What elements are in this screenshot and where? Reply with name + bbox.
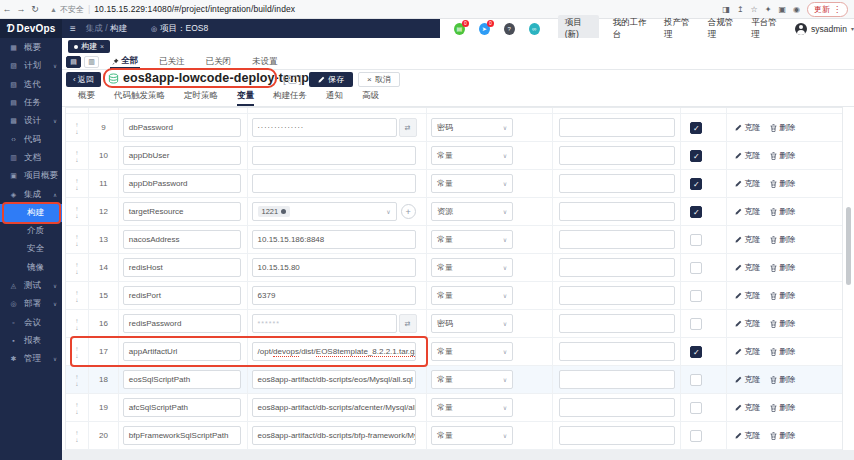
variable-name-input[interactable]: redisHost [123, 258, 241, 277]
toggle-value-icon[interactable]: ⇄ [399, 118, 417, 137]
translate-icon[interactable]: ◨ [722, 5, 730, 14]
runtime-checkbox[interactable] [690, 262, 702, 274]
clone-button[interactable]: 克隆 [735, 346, 760, 357]
move-up-icon[interactable]: ↑ [75, 345, 78, 352]
move-up-icon[interactable]: ↑ [75, 401, 78, 408]
variable-value-input[interactable] [252, 146, 416, 165]
clone-button[interactable]: 克隆 [735, 234, 760, 245]
close-icon[interactable]: × [100, 43, 104, 50]
variable-value-input[interactable] [252, 174, 416, 193]
move-up-icon[interactable]: ↑ [75, 205, 78, 212]
filter-tab-closed[interactable]: 已关闭 [204, 55, 234, 69]
sidebar-item-security[interactable]: 安全 [0, 240, 62, 258]
variable-desc-input[interactable] [559, 230, 675, 249]
sidebar-item-admin[interactable]: ✱管理∨ [0, 350, 62, 368]
tab-code-trigger-policy[interactable]: 代码触发策略 [114, 90, 165, 106]
delete-button[interactable]: 删除 [770, 318, 795, 329]
sidebar-item-docs[interactable]: ▥文档 [0, 149, 62, 167]
move-down-icon[interactable]: ↓ [75, 268, 78, 275]
runtime-checkbox[interactable] [690, 402, 702, 414]
variable-desc-input[interactable] [559, 146, 675, 165]
move-down-icon[interactable]: ↓ [75, 128, 78, 135]
runtime-checkbox[interactable]: ✓ [690, 150, 702, 162]
tab-variables[interactable]: 变量 [237, 90, 254, 106]
variable-name-input[interactable]: appDbUser [123, 146, 241, 165]
add-resource-button[interactable]: + [401, 204, 416, 219]
move-down-icon[interactable]: ↓ [75, 240, 78, 247]
tab-build[interactable]: 构建 × [68, 40, 110, 53]
share-icon[interactable]: ↥ [737, 5, 744, 14]
variable-type-select[interactable]: 密码 ∨ [431, 118, 513, 137]
add-icon[interactable]: + [288, 75, 297, 84]
user-menu[interactable]: sysadmin ▾ [795, 23, 854, 35]
variable-value-input[interactable]: eos8app-artifact/db-scripts/eos/Mysql/al… [252, 370, 416, 389]
variable-desc-input[interactable] [559, 286, 675, 305]
clone-button[interactable]: 克隆 [735, 262, 760, 273]
project-selector[interactable]: ◎ 项目：EOS8 [151, 23, 208, 35]
move-down-icon[interactable]: ↓ [75, 212, 78, 219]
variable-desc-input[interactable] [559, 314, 675, 333]
delete-button[interactable]: 删除 [770, 402, 795, 413]
sidebar-item-code[interactable]: ‹›代码 [0, 130, 62, 148]
filter-tab-unset[interactable]: 未设置 [250, 55, 280, 69]
move-down-icon[interactable]: ↓ [75, 156, 78, 163]
variable-value-input[interactable]: eos8app-artifact/db-scripts/bfp-framewor… [252, 426, 416, 445]
delete-button[interactable]: 删除 [770, 122, 795, 133]
sidebar-item-test[interactable]: ◬测试∨ [0, 277, 62, 295]
clone-button[interactable]: 克隆 [735, 318, 760, 329]
delete-button[interactable]: 删除 [770, 290, 795, 301]
breadcrumb-section[interactable]: 集成 [86, 23, 103, 33]
bookmark-star-icon[interactable]: ☆ [751, 5, 758, 14]
variable-name-input[interactable]: appArtifactUrl [123, 342, 241, 361]
variable-desc-input[interactable] [559, 342, 675, 361]
browser-menu-icon[interactable]: ⋮ [833, 5, 841, 14]
card-view-button[interactable]: ▤ [66, 56, 81, 68]
variable-desc-input[interactable] [559, 370, 675, 389]
clone-button[interactable]: 克隆 [735, 430, 760, 441]
cancel-button[interactable]: ×取消 [358, 72, 400, 87]
variable-name-input[interactable]: afcSqlScriptPath [123, 398, 241, 417]
extensions-icon[interactable]: ✦ [765, 5, 772, 14]
help-icon[interactable]: ? [504, 23, 515, 35]
app-logo[interactable]: Ɗ DevOps [0, 19, 62, 38]
runtime-checkbox[interactable] [690, 234, 702, 246]
back-button[interactable]: ‹返回 [66, 72, 101, 87]
filter-tab-all[interactable]: 全部 [110, 55, 140, 69]
delete-button[interactable]: 删除 [770, 178, 795, 189]
back-icon[interactable]: ← [0, 4, 14, 14]
move-up-icon[interactable]: ↑ [75, 149, 78, 156]
tab-build-tasks[interactable]: 构建任务 [273, 90, 307, 106]
menu-item-my-workbench[interactable]: 我的工作台 [613, 17, 650, 41]
variable-type-select[interactable]: 常量 ∨ [431, 426, 513, 445]
variable-type-select[interactable]: 资源 ∨ [431, 202, 513, 221]
variable-name-input[interactable]: appDbPassword [123, 174, 241, 193]
sidebar-item-artifact[interactable]: 介质 [0, 222, 62, 240]
side-panel-icon[interactable]: ▣ [778, 5, 786, 14]
delete-button[interactable]: 删除 [770, 150, 795, 161]
variable-type-select[interactable]: 常量 ∨ [431, 286, 513, 305]
variable-value-input[interactable]: 6379 [252, 286, 416, 305]
tab-notifications[interactable]: 通知 [326, 90, 343, 106]
vertical-scrollbar[interactable] [846, 207, 851, 285]
tab-overview[interactable]: 概要 [78, 90, 95, 106]
variable-value-input[interactable]: eos8app-artifact/db-scripts/afcenter/Mys… [252, 398, 416, 417]
runtime-checkbox[interactable]: ✓ [690, 346, 702, 358]
runtime-checkbox[interactable] [690, 290, 702, 302]
runtime-checkbox[interactable] [690, 430, 702, 442]
menu-item-compliance-mgmt[interactable]: 合规管理 [708, 17, 738, 41]
menu-item-production-mgmt[interactable]: 投产管理 [664, 17, 694, 41]
tab-schedule-policy[interactable]: 定时策略 [184, 90, 218, 106]
variable-name-input[interactable]: eosSqlScriptPath [123, 370, 241, 389]
variable-desc-input[interactable] [559, 118, 675, 137]
sidebar-item-project-overview[interactable]: ▣项目概要 [0, 167, 62, 185]
variable-desc-input[interactable] [559, 258, 675, 277]
toggle-value-icon[interactable]: ⇄ [399, 314, 417, 333]
variable-type-select[interactable]: 常量 ∨ [431, 146, 513, 165]
runtime-checkbox[interactable] [690, 318, 702, 330]
move-up-icon[interactable]: ↑ [75, 373, 78, 380]
save-button[interactable]: 保存 [309, 72, 353, 87]
variable-type-select[interactable]: 常量 ∨ [431, 342, 513, 361]
link-icon[interactable]: ∞ [529, 23, 540, 35]
sidebar-item-iteration[interactable]: ▧迭代 [0, 76, 62, 94]
variable-type-select[interactable]: 常量 ∨ [431, 230, 513, 249]
